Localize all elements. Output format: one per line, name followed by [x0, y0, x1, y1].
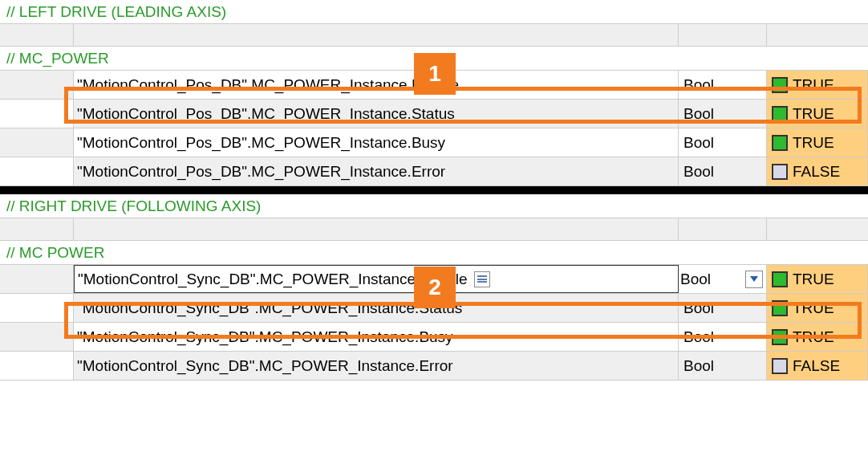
variable-value[interactable]: TRUE: [767, 265, 868, 293]
chevron-down-icon[interactable]: [745, 271, 763, 288]
list-icon[interactable]: [474, 271, 490, 287]
spacer-row: [0, 24, 868, 47]
variable-type: Bool: [679, 100, 767, 128]
section-title-left: // LEFT DRIVE (LEADING AXIS): [0, 0, 868, 24]
variable-name[interactable]: "MotionControl_Sync_DB".MC_POWER_Instanc…: [74, 265, 679, 293]
spacer-row: [0, 218, 868, 241]
variable-type: Bool: [679, 294, 767, 322]
bool-indicator-icon: [772, 164, 788, 180]
variable-value[interactable]: TRUE: [767, 71, 868, 99]
bool-indicator-icon: [772, 358, 788, 374]
indent: [0, 100, 74, 128]
variable-name[interactable]: "MotionControl_Sync_DB".MC_POWER_Instanc…: [74, 323, 679, 351]
annotation-badge-2: 2: [414, 267, 456, 308]
variable-value[interactable]: FALSE: [767, 352, 868, 380]
variable-name[interactable]: "MotionControl_Pos_DB".MC_POWER_Instance…: [74, 100, 679, 128]
variable-value[interactable]: TRUE: [767, 294, 868, 322]
section-divider: [0, 186, 868, 194]
value-text: TRUE: [793, 105, 834, 123]
variable-type: Bool: [679, 71, 767, 99]
watch-row[interactable]: "MotionControl_Pos_DB".MC_POWER_Instance…: [0, 128, 868, 157]
indent: [0, 265, 74, 293]
value-text: TRUE: [793, 76, 834, 94]
variable-type: Bool: [679, 157, 767, 185]
variable-type: Bool: [679, 352, 767, 380]
value-text: TRUE: [793, 271, 834, 288]
watch-row[interactable]: "MotionControl_Sync_DB".MC_POWER_Instanc…: [0, 323, 868, 352]
bool-indicator-icon: [772, 77, 788, 93]
value-text: TRUE: [793, 134, 834, 152]
group-label-right: // MC POWER: [0, 241, 868, 265]
variable-name[interactable]: "MotionControl_Sync_DB".MC_POWER_Instanc…: [74, 352, 679, 380]
value-text: TRUE: [793, 299, 834, 317]
indent: [0, 323, 74, 351]
bool-indicator-icon: [772, 329, 788, 345]
indent: [0, 157, 74, 185]
variable-value[interactable]: FALSE: [767, 157, 868, 185]
indent: [0, 128, 74, 157]
variable-name[interactable]: "MotionControl_Pos_DB".MC_POWER_Instance…: [74, 71, 679, 99]
annotation-badge-1: 1: [414, 53, 456, 95]
indent: [0, 352, 74, 380]
value-text: TRUE: [793, 328, 834, 346]
variable-name[interactable]: "MotionControl_Pos_DB".MC_POWER_Instance…: [74, 157, 679, 185]
watch-row[interactable]: "MotionControl_Pos_DB".MC_POWER_Instance…: [0, 100, 868, 128]
variable-value[interactable]: TRUE: [767, 323, 868, 351]
bool-indicator-icon: [772, 135, 788, 151]
type-text: Bool: [680, 271, 711, 288]
variable-value[interactable]: TRUE: [767, 100, 868, 128]
variable-type: Bool: [679, 323, 767, 351]
watch-row[interactable]: "MotionControl_Pos_DB".MC_POWER_Instance…: [0, 157, 868, 186]
variable-value[interactable]: TRUE: [767, 128, 868, 157]
indent: [0, 294, 74, 322]
bool-indicator-icon: [772, 300, 788, 316]
watch-row[interactable]: "MotionControl_Sync_DB".MC_POWER_Instanc…: [0, 352, 868, 381]
value-text: FALSE: [793, 357, 840, 375]
indent: [0, 71, 74, 99]
variable-name-text: "MotionControl_Sync_DB".MC_POWER_Instanc…: [78, 271, 468, 288]
section-title-right: // RIGHT DRIVE (FOLLOWING AXIS): [0, 194, 868, 218]
bool-indicator-icon: [772, 106, 788, 122]
variable-name[interactable]: "MotionControl_Sync_DB".MC_POWER_Instanc…: [74, 294, 679, 322]
value-text: FALSE: [793, 163, 840, 181]
bool-indicator-icon: [772, 271, 788, 287]
variable-name[interactable]: "MotionControl_Pos_DB".MC_POWER_Instance…: [74, 128, 679, 157]
variable-type: Bool: [679, 128, 767, 157]
variable-type[interactable]: Bool: [679, 265, 767, 293]
